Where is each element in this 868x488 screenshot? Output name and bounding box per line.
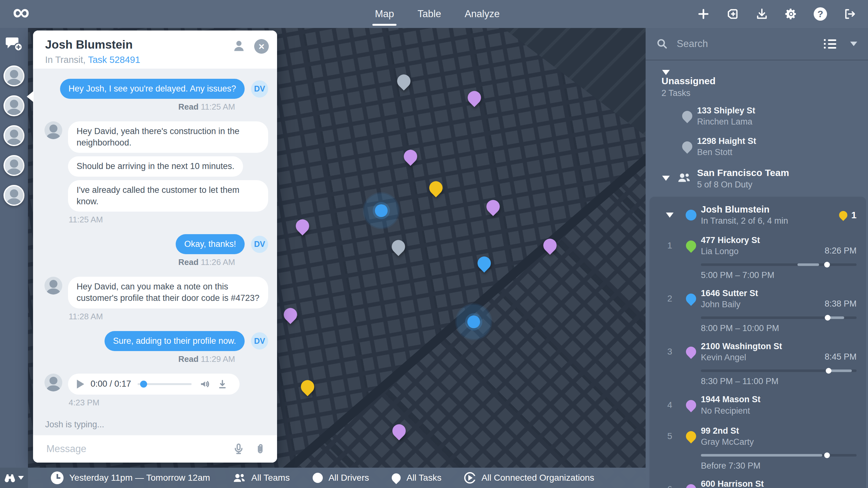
driver-location-dot[interactable] <box>375 204 388 217</box>
map-task-pin[interactable] <box>426 179 445 197</box>
map-task-pin[interactable] <box>401 147 420 166</box>
attachment-icon[interactable] <box>254 443 266 455</box>
map-task-pin[interactable] <box>298 377 317 396</box>
contact-avatar-4[interactable] <box>3 155 25 176</box>
task-link[interactable]: Task 528491 <box>88 55 140 65</box>
unassigned-task-row[interactable]: 1298 Haight St Ben Stott <box>646 131 868 157</box>
drivers-filter[interactable]: All Drivers <box>313 473 369 483</box>
sort-chevron-down-icon[interactable] <box>850 41 857 46</box>
time-window-segment <box>798 264 819 266</box>
task-pin-icon <box>680 139 694 153</box>
receipt-label: Read <box>178 257 198 267</box>
map-task-pin[interactable] <box>389 237 408 256</box>
contact-avatar-2-active[interactable] <box>3 95 25 116</box>
task-address: 600 Harrison St <box>701 479 857 488</box>
map-task-pin[interactable] <box>475 254 493 273</box>
receipt-time: 11:25 AM <box>201 102 235 112</box>
tab-analyze[interactable]: Analyze <box>465 0 499 28</box>
organizations-filter[interactable]: All Connected Organizations <box>464 472 594 484</box>
task-window: 5:00 PM – 7:00 PM <box>701 270 857 280</box>
group-sf-team[interactable]: San Francisco Team 5 of 8 On Duty <box>646 164 868 192</box>
collapse-caret-icon[interactable] <box>662 70 670 75</box>
help-icon[interactable]: ? <box>813 7 827 21</box>
tab-map[interactable]: Map <box>375 0 394 28</box>
current-time-marker[interactable] <box>825 315 831 321</box>
settings-gear-icon[interactable] <box>784 7 798 21</box>
driver-status-dot <box>686 210 696 220</box>
task-number: 3 <box>667 346 672 357</box>
time-window-segment <box>829 369 852 372</box>
add-icon[interactable] <box>696 7 710 21</box>
route-task-row[interactable]: 3 2100 Washington St Kevin Angel 8:45 PM <box>649 336 866 363</box>
group-unassigned[interactable]: Unassigned 2 Tasks <box>646 67 868 101</box>
logout-icon[interactable] <box>843 7 857 21</box>
task-window: Before 7:30 PM <box>701 461 857 471</box>
play-icon[interactable] <box>77 380 84 389</box>
team-icon <box>677 171 697 186</box>
time-range-filter[interactable]: Yesterday 11pm — Tomorrow 12am <box>51 471 210 484</box>
current-time-marker[interactable] <box>824 262 830 268</box>
route-task-row[interactable]: 5 99 2nd St Gray McCarty <box>649 421 866 447</box>
driver-block-josh: Josh Blumstein In Transit, 2 of 6, 4 min… <box>649 197 866 488</box>
contact-avatar-3[interactable] <box>3 125 25 146</box>
time-window-slider[interactable] <box>701 264 857 266</box>
map-task-pin[interactable] <box>394 72 413 91</box>
incoming-audio-message: 0:00 / 0:17 <box>44 374 268 395</box>
tasks-filter[interactable]: All Tasks <box>392 473 441 483</box>
record-voice-icon[interactable] <box>232 443 245 455</box>
contact-profile-icon[interactable] <box>232 39 246 54</box>
map-task-pin[interactable] <box>465 88 484 107</box>
list-view-icon[interactable] <box>824 39 836 49</box>
group-subtitle: 2 Tasks <box>661 88 859 98</box>
driver-location-dot[interactable] <box>467 315 480 328</box>
view-tabs: Map Table Analyze <box>375 0 500 28</box>
task-address: 477 Hickory St <box>701 235 825 246</box>
message-bubble: Sure, adding to their profile now. <box>104 331 245 351</box>
contact-avatar-5[interactable] <box>3 185 25 206</box>
outgoing-message: Hey Josh, I see you're delayed. Any issu… <box>44 79 268 99</box>
close-chat-icon[interactable]: × <box>254 39 269 54</box>
task-eta: 8:38 PM <box>825 299 857 309</box>
task-pin-icon <box>684 345 698 359</box>
export-download-icon[interactable] <box>755 7 769 21</box>
collapse-caret-icon[interactable] <box>662 176 670 181</box>
task-recipient: No Recipient <box>701 406 857 416</box>
time-window-slider[interactable] <box>701 316 857 319</box>
sender-avatar-initials: DV <box>251 332 268 349</box>
new-chat-icon[interactable] <box>5 36 23 53</box>
contact-avatar-1[interactable] <box>3 65 25 86</box>
route-task-row[interactable]: 4 1944 Mason St No Recipient <box>649 390 866 416</box>
time-window-slider[interactable] <box>701 454 857 457</box>
map-display-options[interactable] <box>0 468 28 488</box>
map-task-pin[interactable] <box>390 422 408 440</box>
tab-table[interactable]: Table <box>417 0 441 28</box>
volume-icon[interactable] <box>199 379 210 390</box>
message-input[interactable] <box>46 443 223 455</box>
chat-message-list[interactable]: Hey Josh, I see you're delayed. Any issu… <box>33 69 277 435</box>
audio-seek-slider[interactable] <box>137 383 192 385</box>
map-task-pin[interactable] <box>484 197 502 216</box>
unassigned-task-row[interactable]: 133 Shipley St Rinchen Lama <box>646 101 868 127</box>
time-window-slider[interactable] <box>701 369 857 372</box>
incoming-message-group: Hey David, can you make a note on this c… <box>44 277 268 308</box>
route-task-row[interactable]: 6 600 Harrison St Brian Rekasis <box>649 474 866 488</box>
pending-task-badge: 1 <box>839 210 857 220</box>
current-time-marker[interactable] <box>824 452 830 458</box>
task-pin-icon <box>680 109 694 123</box>
audio-seek-handle[interactable] <box>140 380 147 388</box>
message-bubble: Okay, thanks! <box>176 234 245 254</box>
route-task-row[interactable]: 2 1646 Sutter St John Baily 8:38 PM <box>649 283 866 309</box>
onfleet-logo-icon[interactable]: ∞ <box>13 0 30 26</box>
map-task-pin[interactable] <box>293 217 312 236</box>
map-task-pin[interactable] <box>281 305 300 324</box>
search-input[interactable] <box>676 38 815 50</box>
task-list[interactable]: Unassigned 2 Tasks 133 Shipley St Rinche… <box>646 60 868 488</box>
map-task-pin[interactable] <box>540 236 559 255</box>
collapse-caret-icon[interactable] <box>666 213 674 218</box>
download-audio-icon[interactable] <box>217 379 228 390</box>
route-task-row[interactable]: 1 477 Hickory St Lia Longo 8:26 PM <box>649 230 866 256</box>
driver-row[interactable]: Josh Blumstein In Transit, 2 of 6, 4 min… <box>649 200 866 230</box>
current-time-marker[interactable] <box>826 368 832 374</box>
import-tasks-icon[interactable] <box>726 7 740 21</box>
teams-filter[interactable]: All Teams <box>233 472 290 484</box>
